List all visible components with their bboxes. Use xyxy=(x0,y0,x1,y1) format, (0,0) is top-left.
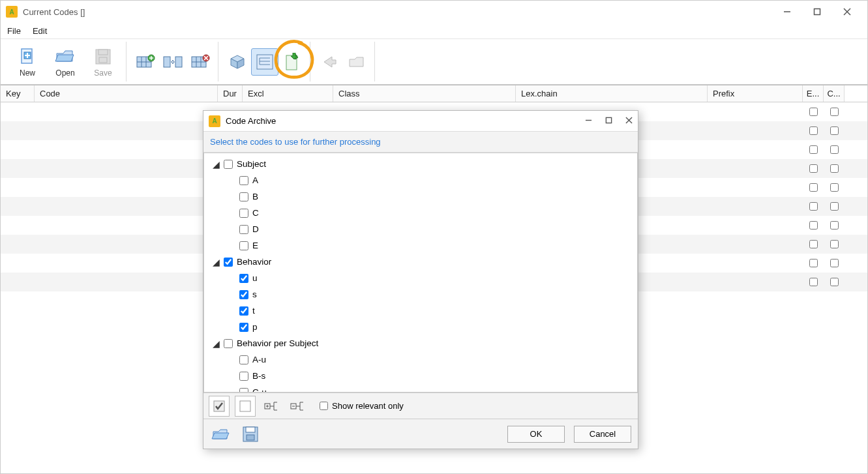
new-label: New xyxy=(20,68,35,78)
col-class[interactable]: Class xyxy=(333,85,516,102)
col-code[interactable]: Code xyxy=(35,85,218,102)
window-minimize-button[interactable] xyxy=(772,2,802,22)
tree-item-checkbox[interactable] xyxy=(239,209,248,218)
tree-item[interactable]: C-u xyxy=(208,384,633,393)
tree-item-checkbox[interactable] xyxy=(239,225,248,234)
col-lex[interactable]: Lex.chain xyxy=(516,85,708,102)
tree-item-checkbox[interactable] xyxy=(239,290,248,299)
row-c-checkbox[interactable] xyxy=(830,108,839,116)
expand-all-button[interactable] xyxy=(261,396,282,417)
show-relevant-input[interactable] xyxy=(320,402,328,410)
dialog-save-button[interactable] xyxy=(240,424,261,445)
tree-item[interactable]: B xyxy=(208,188,633,205)
dialog-open-folder-button[interactable] xyxy=(210,424,231,445)
expand-icon[interactable]: ◢ xyxy=(212,257,220,267)
tree-item[interactable]: D xyxy=(208,221,633,237)
save-button[interactable]: Save xyxy=(84,42,122,82)
tree-item[interactable]: A-u xyxy=(208,351,633,368)
row-e-checkbox[interactable] xyxy=(809,183,818,192)
row-e-checkbox[interactable] xyxy=(809,145,818,154)
tree-item[interactable]: s xyxy=(208,286,633,303)
tree-item-checkbox[interactable] xyxy=(239,241,248,250)
row-c-checkbox[interactable] xyxy=(830,278,839,286)
dialog-maximize-button[interactable] xyxy=(605,116,612,126)
tree-item-checkbox[interactable] xyxy=(239,372,248,381)
ok-button[interactable]: OK xyxy=(507,426,565,443)
row-c-checkbox[interactable] xyxy=(830,126,839,135)
row-c-checkbox[interactable] xyxy=(830,164,839,173)
dialog-minimize-button[interactable] xyxy=(585,116,592,126)
toolbar-box-icon[interactable] xyxy=(224,48,251,76)
tree-group[interactable]: ◢Behavior xyxy=(208,254,633,270)
expand-icon[interactable]: ◢ xyxy=(212,338,220,349)
tree-item[interactable]: C xyxy=(208,205,633,221)
tree-item-label: C-u xyxy=(252,387,267,393)
tree-item-checkbox[interactable] xyxy=(239,176,248,185)
tree-group[interactable]: ◢Subject xyxy=(208,156,633,172)
tree-item[interactable]: A xyxy=(208,172,633,188)
toolbar-table-remove-icon[interactable] xyxy=(187,48,214,76)
row-e-checkbox[interactable] xyxy=(809,126,818,135)
code-tree[interactable]: ◢SubjectABCDE◢Behaviorustp◢Behavior per … xyxy=(203,153,638,393)
menu-edit[interactable]: Edit xyxy=(33,26,47,36)
row-e-checkbox[interactable] xyxy=(809,164,818,173)
show-relevant-checkbox[interactable]: Show relevant only xyxy=(320,401,404,411)
tree-item-label: A-u xyxy=(252,355,266,364)
tree-item-checkbox[interactable] xyxy=(239,274,248,283)
cancel-button[interactable]: Cancel xyxy=(574,426,631,443)
tree-item-label: E xyxy=(252,241,258,250)
row-c-checkbox[interactable] xyxy=(830,183,839,192)
row-e-checkbox[interactable] xyxy=(809,221,818,230)
tree-group-checkbox[interactable] xyxy=(224,339,233,348)
collapse-all-button[interactable] xyxy=(287,396,308,417)
tree-item-label: C xyxy=(252,208,259,218)
expand-icon[interactable]: ◢ xyxy=(212,159,220,170)
col-key[interactable]: Key xyxy=(1,85,35,102)
tree-item-checkbox[interactable] xyxy=(239,192,248,201)
dialog-title: Code Archive xyxy=(226,116,276,126)
row-e-checkbox[interactable] xyxy=(809,108,818,116)
uncheck-all-button[interactable] xyxy=(235,396,256,417)
row-c-checkbox[interactable] xyxy=(830,259,839,267)
toolbar-export-file-icon[interactable] xyxy=(278,48,306,76)
row-c-checkbox[interactable] xyxy=(830,202,839,211)
tree-group-label: Behavior xyxy=(237,257,271,267)
row-c-checkbox[interactable] xyxy=(830,221,839,230)
row-e-checkbox[interactable] xyxy=(809,259,818,267)
tree-item[interactable]: p xyxy=(208,319,633,335)
dialog-close-button[interactable] xyxy=(625,116,633,126)
window-close-button[interactable] xyxy=(832,2,862,22)
col-e[interactable]: E... xyxy=(803,85,824,102)
row-c-checkbox[interactable] xyxy=(830,145,839,154)
tree-group-checkbox[interactable] xyxy=(224,160,233,169)
open-button[interactable]: Open xyxy=(46,42,84,82)
tree-item[interactable]: t xyxy=(208,303,633,319)
tree-group[interactable]: ◢Behavior per Subject xyxy=(208,335,633,351)
col-dur[interactable]: Dur xyxy=(218,85,243,102)
tree-item-checkbox[interactable] xyxy=(239,355,248,364)
tree-item[interactable]: B-s xyxy=(208,368,633,384)
check-all-button[interactable] xyxy=(209,396,230,417)
tree-item-checkbox[interactable] xyxy=(239,388,248,393)
tree-group-checkbox[interactable] xyxy=(224,258,233,267)
row-e-checkbox[interactable] xyxy=(809,278,818,286)
toolbar-table-add-icon[interactable] xyxy=(132,48,159,76)
window-maximize-button[interactable] xyxy=(802,2,832,22)
col-prefix[interactable]: Prefix xyxy=(708,85,803,102)
col-c[interactable]: C... xyxy=(824,85,845,102)
col-excl[interactable]: Excl xyxy=(243,85,333,102)
tree-item-checkbox[interactable] xyxy=(239,323,248,332)
tree-item-label: s xyxy=(252,289,257,299)
tree-item[interactable]: E xyxy=(208,237,633,254)
menu-file[interactable]: File xyxy=(7,26,21,36)
table-header: Key Code Dur Excl Class Lex.chain Prefix… xyxy=(1,85,867,102)
tree-item[interactable]: u xyxy=(208,270,633,286)
tree-item-checkbox[interactable] xyxy=(239,306,248,316)
toolbar-tree-list-icon[interactable] xyxy=(251,48,278,76)
toolbar-table-split-icon[interactable] xyxy=(159,48,187,76)
row-e-checkbox[interactable] xyxy=(809,240,818,248)
row-e-checkbox[interactable] xyxy=(809,202,818,211)
tree-item-label: t xyxy=(252,306,255,316)
row-c-checkbox[interactable] xyxy=(830,240,839,248)
new-button[interactable]: New xyxy=(8,42,46,82)
